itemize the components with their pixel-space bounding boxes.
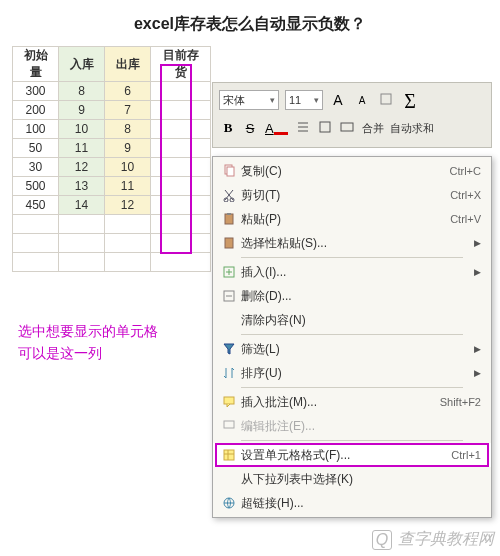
highlight-icon <box>379 92 393 106</box>
cell[interactable]: 12 <box>59 158 105 177</box>
menu-item-label: 选择性粘贴(S)... <box>241 235 474 252</box>
header-in[interactable]: 入库 <box>59 47 105 82</box>
submenu-arrow-icon: ▶ <box>474 238 481 248</box>
menu-item: 编辑批注(E)... <box>213 414 491 438</box>
cell[interactable]: 300 <box>13 82 59 101</box>
menu-item[interactable]: 超链接(H)... <box>213 491 491 515</box>
header-out[interactable]: 出库 <box>105 47 151 82</box>
font-size-select[interactable]: 11▾ <box>285 90 323 110</box>
svg-rect-12 <box>224 397 234 404</box>
color-swatch-icon <box>274 132 288 135</box>
cell[interactable]: 7 <box>105 101 151 120</box>
header-initial[interactable]: 初始量 <box>13 47 59 82</box>
menu-item[interactable]: 排序(U)▶ <box>213 361 491 385</box>
font-color-button[interactable]: A <box>263 118 290 138</box>
menu-item[interactable]: 插入批注(M)...Shift+F2 <box>213 390 491 414</box>
highlight-button[interactable] <box>377 90 395 110</box>
cell[interactable]: 6 <box>105 82 151 101</box>
menu-item[interactable]: 复制(C)Ctrl+C <box>213 159 491 183</box>
menu-item[interactable]: 粘贴(P)Ctrl+V <box>213 207 491 231</box>
cell[interactable]: 50 <box>13 139 59 158</box>
cell[interactable]: 9 <box>105 139 151 158</box>
mini-toolbar: 宋体▾ 11▾ A A Σ B S A 合并 自动求和 <box>212 82 492 148</box>
link-icon <box>217 496 241 510</box>
cell[interactable]: 10 <box>105 158 151 177</box>
svg-rect-13 <box>224 421 234 428</box>
merge-label: 合并 <box>362 121 384 136</box>
menu-item[interactable]: 插入(I)...▶ <box>213 260 491 284</box>
menu-item-label: 删除(D)... <box>241 288 481 305</box>
merge-button[interactable] <box>338 118 356 138</box>
cell[interactable] <box>151 120 211 139</box>
watermark: Q 查字典教程网 <box>372 529 494 550</box>
cell[interactable] <box>13 234 59 253</box>
cell[interactable] <box>151 215 211 234</box>
font-name-select[interactable]: 宋体▾ <box>219 90 279 110</box>
filter-icon <box>217 342 241 356</box>
cell[interactable]: 13 <box>59 177 105 196</box>
menu-separator <box>241 257 463 258</box>
cell[interactable]: 11 <box>59 139 105 158</box>
cell[interactable] <box>105 234 151 253</box>
submenu-arrow-icon: ▶ <box>474 267 481 277</box>
watermark-icon: Q <box>372 530 392 550</box>
menu-item-label: 从下拉列表中选择(K) <box>241 471 481 488</box>
bold-button[interactable]: B <box>219 118 237 138</box>
menu-item-shortcut: Ctrl+V <box>450 213 481 225</box>
cell[interactable] <box>105 253 151 272</box>
cell[interactable]: 200 <box>13 101 59 120</box>
strike-button[interactable]: S <box>241 118 259 138</box>
cell[interactable] <box>151 196 211 215</box>
border-button[interactable] <box>316 118 334 138</box>
grow-font-button[interactable]: A <box>329 90 347 110</box>
align-button[interactable] <box>294 118 312 138</box>
cell[interactable]: 14 <box>59 196 105 215</box>
menu-item[interactable]: 设置单元格格式(F)...Ctrl+1 <box>213 443 491 467</box>
cell[interactable] <box>13 215 59 234</box>
cell[interactable]: 8 <box>105 120 151 139</box>
cell[interactable]: 10 <box>59 120 105 139</box>
menu-item[interactable]: 剪切(T)Ctrl+X <box>213 183 491 207</box>
cell[interactable] <box>59 215 105 234</box>
cell[interactable]: 500 <box>13 177 59 196</box>
cell[interactable]: 12 <box>105 196 151 215</box>
menu-item[interactable]: 从下拉列表中选择(K) <box>213 467 491 491</box>
menu-item[interactable]: 筛选(L)▶ <box>213 337 491 361</box>
cell[interactable]: 30 <box>13 158 59 177</box>
cell[interactable] <box>151 177 211 196</box>
annotation-line2: 可以是这一列 <box>18 342 158 364</box>
cell[interactable] <box>59 253 105 272</box>
menu-item[interactable]: 清除内容(N) <box>213 308 491 332</box>
cell[interactable] <box>59 234 105 253</box>
menu-separator <box>241 334 463 335</box>
autosum-label: 自动求和 <box>390 121 434 136</box>
cell[interactable] <box>151 82 211 101</box>
header-stock[interactable]: 目前存货 <box>151 47 211 82</box>
cell[interactable]: 100 <box>13 120 59 139</box>
cell[interactable] <box>151 101 211 120</box>
cell[interactable] <box>151 139 211 158</box>
svg-rect-0 <box>381 94 391 104</box>
shrink-font-button[interactable]: A <box>353 90 371 110</box>
cell[interactable]: 450 <box>13 196 59 215</box>
cell[interactable]: 9 <box>59 101 105 120</box>
submenu-arrow-icon: ▶ <box>474 344 481 354</box>
menu-item-label: 剪切(T) <box>241 187 450 204</box>
menu-item-label: 插入(I)... <box>241 264 474 281</box>
copy-icon <box>217 164 241 178</box>
menu-item[interactable]: 选择性粘贴(S)...▶ <box>213 231 491 255</box>
cell[interactable]: 8 <box>59 82 105 101</box>
cell[interactable] <box>151 253 211 272</box>
cell[interactable] <box>105 215 151 234</box>
cell[interactable]: 11 <box>105 177 151 196</box>
autosum-button[interactable]: Σ <box>401 90 419 110</box>
cell[interactable] <box>13 253 59 272</box>
menu-item-label: 筛选(L) <box>241 341 474 358</box>
cell[interactable] <box>151 234 211 253</box>
format-icon <box>217 448 241 462</box>
cell[interactable] <box>151 158 211 177</box>
page-title: excel库存表怎么自动显示负数？ <box>0 0 500 45</box>
menu-item[interactable]: 删除(D)... <box>213 284 491 308</box>
spreadsheet[interactable]: 初始量 入库 出库 目前存货 30086 20097 100108 50119 … <box>12 46 211 272</box>
menu-item-shortcut: Ctrl+X <box>450 189 481 201</box>
